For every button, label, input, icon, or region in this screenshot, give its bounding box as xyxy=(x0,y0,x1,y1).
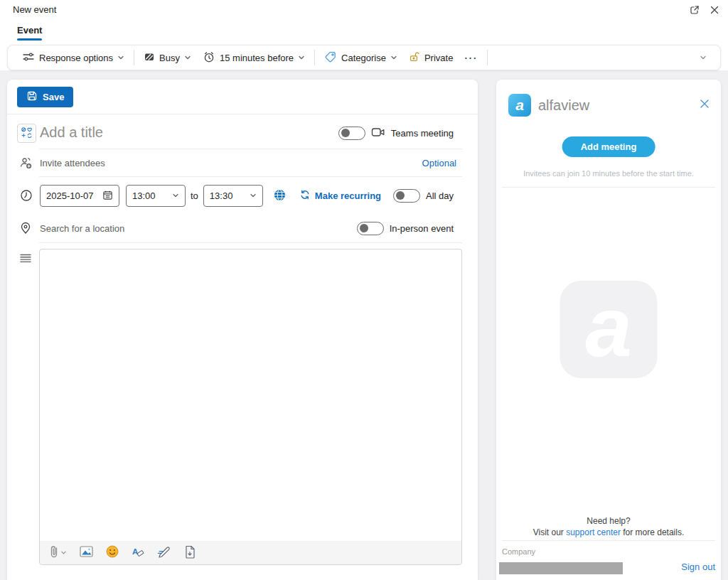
start-time-value: 13:00 xyxy=(132,190,156,201)
title-row: Add a title Teams meeting xyxy=(7,119,478,149)
end-time-select[interactable]: 13:30 xyxy=(203,185,263,207)
teams-meeting-label: Teams meeting xyxy=(391,128,454,139)
make-recurring-label: Make recurring xyxy=(315,190,381,201)
watermark-letter: a xyxy=(585,285,632,369)
response-options-button[interactable]: Response options xyxy=(16,48,130,68)
paperclip-icon xyxy=(50,544,58,561)
toggle-knob xyxy=(341,129,350,137)
more-options-button[interactable]: ··· xyxy=(459,48,483,68)
teams-meeting-toggle[interactable] xyxy=(338,127,365,140)
popout-button[interactable] xyxy=(687,3,702,18)
recurring-icon xyxy=(299,189,311,203)
divider xyxy=(502,187,715,188)
divider xyxy=(39,149,462,149)
attendees-row: Invite attendees Optional xyxy=(7,151,478,177)
reminder-button[interactable]: 15 minutes before xyxy=(197,48,311,68)
ribbon-toolbar: Response options Busy 15 minutes before … xyxy=(7,45,721,70)
new-event-window: New event Event Response options Busy xyxy=(0,0,728,580)
invite-attendees-input[interactable]: Invite attendees xyxy=(40,158,105,168)
tag-icon xyxy=(324,50,337,65)
timezone-button[interactable] xyxy=(273,188,287,204)
add-attendee-icon xyxy=(19,156,33,173)
datetime-controls: 2025-10-07 13:00 to 13:30 xyxy=(40,185,381,207)
calendar-icon xyxy=(102,190,113,203)
ribbon-divider xyxy=(134,50,134,65)
categorise-button[interactable]: Categorise xyxy=(318,48,403,68)
camera-icon xyxy=(371,127,385,140)
all-day-label: All day xyxy=(426,190,454,201)
emoji-smiley-icon xyxy=(106,545,119,560)
in-person-label: In-person event xyxy=(390,223,454,234)
ribbon-divider xyxy=(487,50,488,65)
chevron-down-icon xyxy=(390,53,397,63)
description-icon xyxy=(19,254,32,267)
teams-meeting-control: Teams meeting xyxy=(338,127,454,140)
busy-label: Busy xyxy=(159,53,180,63)
private-button[interactable]: Private xyxy=(403,48,459,68)
close-button[interactable] xyxy=(707,3,722,18)
addin-close-button[interactable] xyxy=(700,99,710,111)
title-input[interactable]: Add a title xyxy=(40,124,103,141)
response-options-icon xyxy=(22,50,35,65)
pen-icon xyxy=(157,545,171,560)
help-prefix: Visit our xyxy=(533,527,566,537)
document-download-icon xyxy=(184,545,196,561)
chevron-down-icon xyxy=(298,53,305,63)
draw-ink-button[interactable] xyxy=(157,545,171,560)
insert-emoji-button[interactable] xyxy=(106,545,119,560)
reminder-label: 15 minutes before xyxy=(220,53,294,63)
alfaview-logo-letter: a xyxy=(515,97,524,114)
alarm-clock-icon xyxy=(203,50,215,65)
event-form-card: Save Add a title Teams meeting Invite at… xyxy=(7,80,478,580)
toggle-knob xyxy=(396,191,405,200)
location-search-input[interactable]: Search for a location xyxy=(40,223,124,234)
attach-file-button[interactable] xyxy=(50,544,67,561)
clear-formatting-icon: A xyxy=(132,545,144,560)
open-lock-icon xyxy=(409,51,420,65)
location-pin-icon xyxy=(19,221,32,238)
busy-status-icon xyxy=(144,51,155,65)
clock-icon xyxy=(19,188,33,205)
datetime-row: 2025-10-07 13:00 to 13:30 xyxy=(7,181,478,213)
add-meeting-button[interactable]: Add meeting xyxy=(562,136,655,157)
all-day-toggle[interactable] xyxy=(393,189,420,203)
start-time-select[interactable]: 13:00 xyxy=(126,185,186,207)
divider xyxy=(502,540,715,541)
divider xyxy=(39,242,462,243)
divider xyxy=(39,176,462,177)
show-as-busy-button[interactable]: Busy xyxy=(138,48,197,68)
tab-event-label: Event xyxy=(17,25,42,36)
description-text-area[interactable] xyxy=(40,249,461,541)
charm-picker-icon xyxy=(21,127,33,141)
addin-title: alfaview xyxy=(538,97,589,114)
chevron-down-icon xyxy=(250,190,257,201)
image-icon xyxy=(80,546,93,559)
event-description-editor: A xyxy=(39,249,462,565)
private-label: Private xyxy=(424,53,453,63)
clear-formatting-button[interactable]: A xyxy=(132,545,144,560)
close-icon xyxy=(710,5,719,17)
window-title: New event xyxy=(13,4,56,15)
make-recurring-button[interactable]: Make recurring xyxy=(299,189,381,203)
titlebar: New event xyxy=(0,0,728,20)
help-line: Visit our support center for more detail… xyxy=(496,527,721,538)
event-charm-picker-button[interactable] xyxy=(17,124,36,143)
in-person-toggle[interactable] xyxy=(357,222,384,235)
insert-file-button[interactable] xyxy=(184,545,196,561)
help-suffix: for more details. xyxy=(621,527,684,537)
close-icon xyxy=(700,100,710,111)
optional-attendees-link[interactable]: Optional xyxy=(422,158,456,168)
all-day-control: All day xyxy=(393,189,454,203)
save-button[interactable]: Save xyxy=(17,87,73,107)
insert-image-button[interactable] xyxy=(80,546,93,559)
support-center-link[interactable]: support center xyxy=(566,527,621,537)
ellipsis-icon: ··· xyxy=(464,53,478,63)
chevron-down-icon xyxy=(60,547,67,558)
help-block: Need help? Visit our support center for … xyxy=(496,515,721,538)
sign-out-link[interactable]: Sign out xyxy=(681,562,715,572)
start-date-input[interactable]: 2025-10-07 xyxy=(40,185,119,207)
alfaview-addin-panel: a alfaview Add meeting Invitees can join… xyxy=(496,80,721,580)
ribbon-expand-button[interactable] xyxy=(695,50,712,66)
tab-event[interactable]: Event xyxy=(17,25,42,41)
save-label: Save xyxy=(43,92,64,102)
